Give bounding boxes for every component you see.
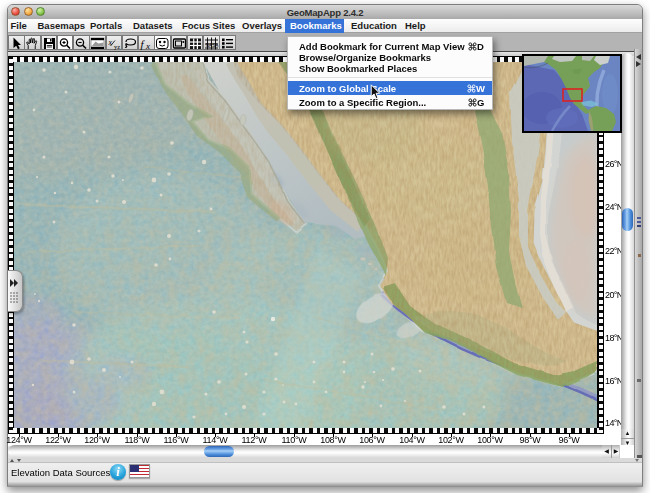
svg-text:x: x: [107, 37, 112, 46]
svg-text:NASA: NASA: [206, 42, 219, 47]
svg-text:yz: yz: [114, 42, 120, 49]
svg-text:x: x: [145, 40, 150, 50]
svg-text:f: f: [141, 38, 146, 50]
